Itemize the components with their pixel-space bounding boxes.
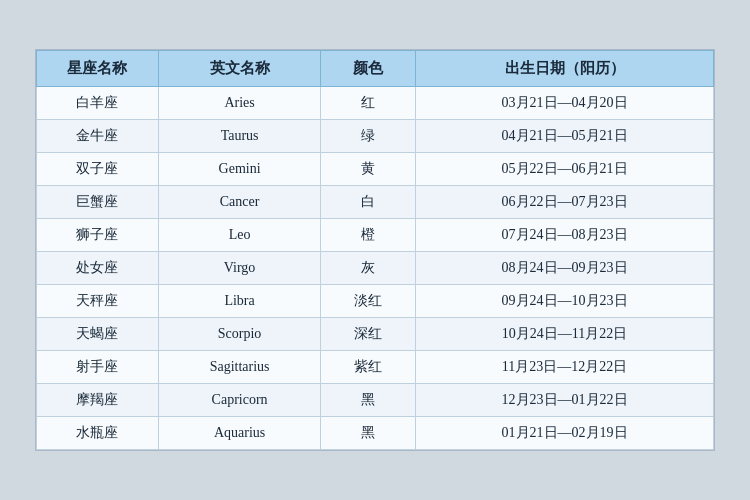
- cell-color: 橙: [321, 219, 416, 252]
- cell-date: 07月24日—08月23日: [416, 219, 714, 252]
- cell-date: 12月23日—01月22日: [416, 384, 714, 417]
- cell-color: 黑: [321, 384, 416, 417]
- cell-chinese: 白羊座: [37, 87, 159, 120]
- cell-english: Taurus: [158, 120, 320, 153]
- zodiac-table: 星座名称 英文名称 颜色 出生日期（阳历） 白羊座Aries红03月21日—04…: [36, 50, 714, 450]
- cell-color: 紫红: [321, 351, 416, 384]
- cell-color: 白: [321, 186, 416, 219]
- cell-chinese: 双子座: [37, 153, 159, 186]
- cell-english: Gemini: [158, 153, 320, 186]
- cell-english: Scorpio: [158, 318, 320, 351]
- table-row: 狮子座Leo橙07月24日—08月23日: [37, 219, 714, 252]
- cell-color: 黑: [321, 417, 416, 450]
- cell-color: 灰: [321, 252, 416, 285]
- cell-date: 06月22日—07月23日: [416, 186, 714, 219]
- cell-date: 08月24日—09月23日: [416, 252, 714, 285]
- cell-date: 03月21日—04月20日: [416, 87, 714, 120]
- cell-chinese: 水瓶座: [37, 417, 159, 450]
- table-row: 金牛座Taurus绿04月21日—05月21日: [37, 120, 714, 153]
- cell-english: Aries: [158, 87, 320, 120]
- header-chinese: 星座名称: [37, 51, 159, 87]
- cell-chinese: 处女座: [37, 252, 159, 285]
- cell-color: 绿: [321, 120, 416, 153]
- table-row: 天蝎座Scorpio深红10月24日—11月22日: [37, 318, 714, 351]
- cell-english: Leo: [158, 219, 320, 252]
- cell-color: 红: [321, 87, 416, 120]
- cell-chinese: 金牛座: [37, 120, 159, 153]
- cell-date: 05月22日—06月21日: [416, 153, 714, 186]
- cell-english: Capricorn: [158, 384, 320, 417]
- cell-chinese: 天秤座: [37, 285, 159, 318]
- cell-date: 01月21日—02月19日: [416, 417, 714, 450]
- cell-chinese: 狮子座: [37, 219, 159, 252]
- table-row: 水瓶座Aquarius黑01月21日—02月19日: [37, 417, 714, 450]
- cell-english: Libra: [158, 285, 320, 318]
- cell-english: Sagittarius: [158, 351, 320, 384]
- zodiac-table-container: 星座名称 英文名称 颜色 出生日期（阳历） 白羊座Aries红03月21日—04…: [35, 49, 715, 451]
- cell-chinese: 天蝎座: [37, 318, 159, 351]
- cell-chinese: 射手座: [37, 351, 159, 384]
- cell-date: 04月21日—05月21日: [416, 120, 714, 153]
- cell-date: 10月24日—11月22日: [416, 318, 714, 351]
- table-header-row: 星座名称 英文名称 颜色 出生日期（阳历）: [37, 51, 714, 87]
- cell-color: 淡红: [321, 285, 416, 318]
- cell-chinese: 摩羯座: [37, 384, 159, 417]
- table-body: 白羊座Aries红03月21日—04月20日金牛座Taurus绿04月21日—0…: [37, 87, 714, 450]
- cell-english: Virgo: [158, 252, 320, 285]
- cell-color: 深红: [321, 318, 416, 351]
- cell-color: 黄: [321, 153, 416, 186]
- table-row: 处女座Virgo灰08月24日—09月23日: [37, 252, 714, 285]
- cell-chinese: 巨蟹座: [37, 186, 159, 219]
- table-row: 射手座Sagittarius紫红11月23日—12月22日: [37, 351, 714, 384]
- header-english: 英文名称: [158, 51, 320, 87]
- cell-date: 11月23日—12月22日: [416, 351, 714, 384]
- header-date: 出生日期（阳历）: [416, 51, 714, 87]
- cell-english: Aquarius: [158, 417, 320, 450]
- table-row: 巨蟹座Cancer白06月22日—07月23日: [37, 186, 714, 219]
- header-color: 颜色: [321, 51, 416, 87]
- table-row: 白羊座Aries红03月21日—04月20日: [37, 87, 714, 120]
- table-row: 摩羯座Capricorn黑12月23日—01月22日: [37, 384, 714, 417]
- cell-english: Cancer: [158, 186, 320, 219]
- cell-date: 09月24日—10月23日: [416, 285, 714, 318]
- table-row: 双子座Gemini黄05月22日—06月21日: [37, 153, 714, 186]
- table-row: 天秤座Libra淡红09月24日—10月23日: [37, 285, 714, 318]
